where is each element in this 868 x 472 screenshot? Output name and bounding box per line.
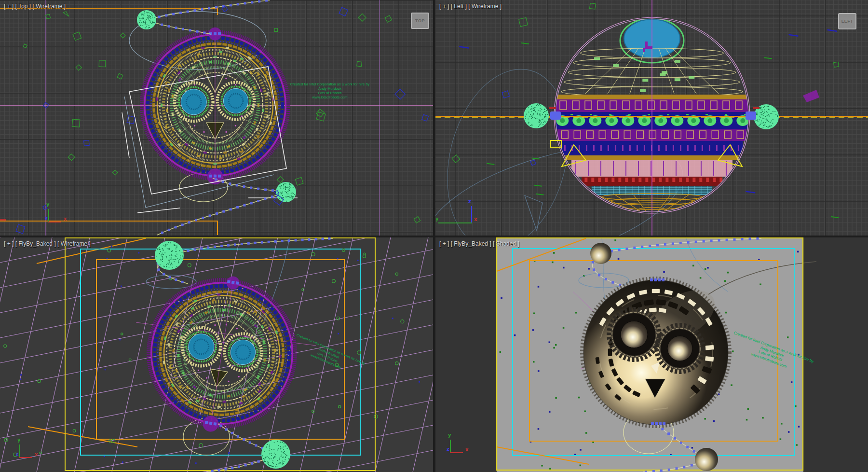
viewcube-top[interactable]: TOP (411, 13, 429, 29)
viewport-label-flyby-wireframe[interactable]: [ + ] [ FlyBy_Baked ] [ Wireframe ] (4, 240, 91, 247)
viewport-flyby-shaded[interactable]: [ + ] [ FlyBy_Baked ] [ Shaded ] y z x C… (435, 237, 868, 472)
viewport-label-left[interactable]: [ + ] [ Left ] [ Wireframe ] (439, 3, 502, 10)
viewport-left[interactable]: [ + ] [ Left ] [ Wireframe ] LEFT z y x (435, 0, 868, 236)
viewport-top[interactable]: [ + ] [ Top ] [ Wireframe ] TOP y z x Cr… (0, 0, 433, 236)
viewport-label-top[interactable]: [ + ] [ Top ] [ Wireframe ] (4, 3, 66, 10)
viewport-flyby-wireframe-scene (0, 237, 433, 472)
viewport-flyby-shaded-scene (435, 237, 868, 472)
viewport-flyby-wireframe[interactable]: [ + ] [ FlyBy_Baked ] [ Wireframe ] y z … (0, 237, 433, 472)
viewport-left-scene (435, 0, 868, 236)
viewcube-left[interactable]: LEFT (838, 13, 856, 29)
viewport-top-scene (0, 0, 433, 236)
viewport-label-flyby-shaded[interactable]: [ + ] [ FlyBy_Baked ] [ Shaded ] (439, 240, 519, 247)
max-viewport-quad: [ + ] [ Top ] [ Wireframe ] TOP y z x Cr… (0, 0, 868, 472)
